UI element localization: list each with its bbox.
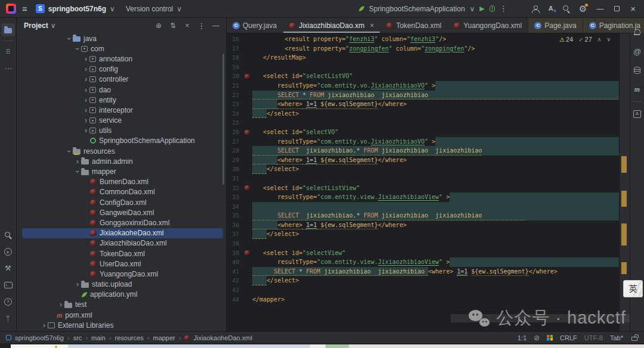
line-number[interactable]: 29 (227, 156, 242, 165)
tree-item-pom.xml[interactable]: mpom.xml (17, 310, 226, 320)
breadcrumb-item[interactable]: src (73, 334, 82, 341)
line-number[interactable]: 32 (227, 184, 242, 193)
chevron-expanded-icon[interactable]: › (66, 148, 73, 155)
line-number[interactable]: 19 (227, 63, 242, 72)
tree-item-utils[interactable]: ›utils (17, 126, 226, 136)
chevron-expanded-icon[interactable]: › (74, 45, 81, 52)
line-number[interactable]: 24 (227, 109, 242, 119)
tree-item-mapper[interactable]: ›mapper (17, 166, 226, 176)
run-button[interactable]: ▶ (479, 5, 484, 12)
tree-item-ConfigDao.xml[interactable]: ConfigDao.xml (17, 197, 226, 207)
inspections-widget[interactable]: ⚠24 ✓27 ∧ ∨ (556, 35, 614, 44)
chevron-collapsed-icon[interactable]: › (82, 55, 89, 63)
line-ending[interactable]: CRLF (560, 334, 577, 341)
tree-item-TokenDao.xml[interactable]: TokenDao.xml (17, 248, 226, 259)
tree-item-External Libraries[interactable]: ›External Libraries (17, 320, 226, 330)
line-number[interactable]: 18 (227, 53, 242, 63)
tree-item-CommonDao.xml[interactable]: CommonDao.xml (17, 187, 226, 197)
tab-Page.java[interactable]: CPage.java (528, 18, 583, 33)
code-editor[interactable]: 16 <result property="fenzhi3" column="fe… (227, 33, 619, 331)
mybatis-statement-icon[interactable] (244, 185, 250, 190)
line-number[interactable]: 36 (227, 220, 242, 230)
chevron-collapsed-icon[interactable]: › (57, 301, 64, 308)
tree-item-com[interactable]: ›com (17, 44, 226, 54)
mybatis-statement-icon[interactable] (244, 130, 250, 135)
chevron-collapsed-icon[interactable]: › (82, 66, 89, 73)
tool-strip-button-services[interactable]: ▸ (2, 245, 15, 258)
tree-item-service[interactable]: ›service (17, 116, 226, 126)
run-configuration[interactable]: SpringbootSchemaApplication (369, 5, 465, 13)
code-with-me-icon[interactable] (531, 5, 540, 13)
tab-JixiaozhibiaoDao.xml[interactable]: JixiaozhibiaoDao.xml× (283, 18, 380, 33)
tool-strip-button-ai-assistant[interactable]: @ (631, 45, 644, 58)
minimize-button[interactable]: — (596, 5, 603, 13)
line-number[interactable]: 38 (227, 239, 242, 248)
encoding[interactable]: UTF-8 (584, 334, 603, 341)
chevron-down-icon[interactable]: ∨ (470, 5, 475, 13)
caret-position[interactable]: 1:1 (518, 334, 527, 341)
line-number[interactable]: 35 (227, 211, 242, 220)
tool-strip-button-more[interactable]: ⋯ (2, 62, 15, 75)
ime-indicator[interactable]: 英 (623, 280, 643, 297)
tool-strip-button-terminal[interactable]: › (2, 278, 15, 291)
line-number[interactable]: 16 (227, 35, 242, 44)
line-number[interactable]: 20 (227, 72, 242, 81)
settings-gear-icon[interactable]: ⚙ (579, 4, 587, 13)
breadcrumb-item[interactable]: main (91, 334, 106, 341)
more-run-options-icon[interactable]: ⋮ (500, 5, 507, 13)
tab-TokenDao.xml[interactable]: TokenDao.xml (380, 18, 448, 33)
tree-item-GangweiDao.xml[interactable]: GangweiDao.xml (17, 207, 226, 218)
next-problem-icon[interactable]: ∨ (606, 36, 611, 42)
lock-open-icon[interactable] (630, 334, 638, 341)
chevron-collapsed-icon[interactable]: › (74, 158, 81, 165)
tree-item-static.upload[interactable]: ›static.upload (17, 279, 226, 290)
chevron-collapsed-icon[interactable]: › (41, 322, 48, 329)
warning-stripe-marker[interactable] (621, 191, 627, 207)
tree-item-GonggaoxinxiDao.xml[interactable]: GonggaoxinxiDao.xml (17, 218, 226, 228)
tree-item-controller[interactable]: ›controller (17, 74, 226, 85)
line-number[interactable]: 17 (227, 44, 242, 54)
tree-item-interceptor[interactable]: ›interceptor (17, 105, 226, 115)
line-number[interactable]: 40 (227, 257, 242, 267)
tool-strip-button-database[interactable] (631, 64, 644, 77)
tree-item-resources[interactable]: ›resources (17, 146, 226, 156)
warning-stripe-marker[interactable] (621, 223, 627, 246)
project-selector[interactable]: S springboot57n6g ∨ (33, 3, 117, 14)
tab-Query.java[interactable]: CQuery.java (227, 18, 283, 33)
chevron-collapsed-icon[interactable]: › (82, 107, 89, 114)
tab-YuangongDao.xml[interactable]: YuangongDao.xml (448, 18, 528, 33)
ms-ime-icon[interactable] (547, 335, 553, 341)
tree-item-UserDao.xml[interactable]: UserDao.xml (17, 259, 226, 269)
breadcrumb-item[interactable]: JixiaokaoheDao.xml (193, 334, 252, 341)
close-tab-icon[interactable]: × (370, 21, 374, 30)
line-number[interactable]: 22 (227, 91, 242, 100)
chevron-collapsed-icon[interactable]: › (82, 86, 89, 94)
line-number[interactable]: 27 (227, 137, 242, 147)
line-number[interactable]: 21 (227, 81, 242, 91)
indent-style[interactable]: Tab* (610, 334, 623, 341)
chevron-expanded-icon[interactable]: › (66, 35, 73, 42)
tool-strip-button-project[interactable] (2, 23, 15, 36)
tree-item-BumenDao.xml[interactable]: BumenDao.xml (17, 177, 226, 187)
tool-strip-button-version-control[interactable]: ᛘ (2, 312, 15, 325)
line-number[interactable]: 43 (227, 285, 242, 295)
mybatis-statement-icon[interactable] (244, 250, 250, 255)
close-button[interactable]: × (630, 4, 636, 13)
line-number[interactable]: 39 (227, 248, 242, 258)
translate-icon[interactable]: A (549, 5, 553, 12)
debug-button[interactable] (490, 5, 495, 12)
chevron-collapsed-icon[interactable]: › (82, 97, 89, 104)
line-number[interactable]: 23 (227, 100, 242, 109)
tree-item-config[interactable]: ›config (17, 64, 226, 74)
main-menu-icon[interactable]: ≡ (22, 4, 27, 13)
line-number[interactable]: 25 (227, 118, 242, 128)
line-number[interactable]: 44 (227, 295, 242, 304)
tree-item-JixiaokaoheDao.xml[interactable]: JixiaokaoheDao.xml (17, 228, 226, 238)
tree-item-annotation[interactable]: ›annotation (17, 54, 226, 64)
tool-strip-button-structure[interactable]: ⠿ (2, 45, 15, 58)
tree-item-admin.admin[interactable]: ›admin.admin (17, 156, 226, 166)
tree-item-Scratches and Consoles[interactable]: ≡Scratches and Consoles (17, 330, 226, 331)
warning-stripe-marker[interactable] (621, 262, 627, 274)
tree-item-entity[interactable]: ›entity (17, 95, 226, 105)
line-number[interactable]: 33 (227, 192, 242, 202)
